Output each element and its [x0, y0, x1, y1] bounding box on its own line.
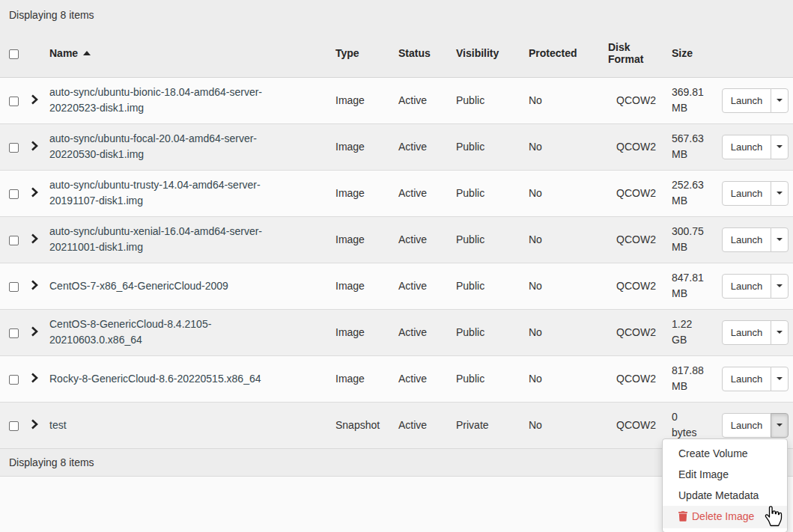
- image-name-link[interactable]: auto-sync/ubuntu-xenial-16.04-amd64-serv…: [49, 225, 262, 253]
- row-checkbox[interactable]: [9, 282, 19, 292]
- row-checkbox[interactable]: [9, 328, 19, 338]
- protected-cell: No: [529, 170, 608, 216]
- launch-dropdown-toggle[interactable]: [771, 88, 789, 113]
- launch-dropdown-toggle[interactable]: [771, 367, 789, 391]
- visibility-cell: Public: [456, 263, 529, 309]
- launch-button[interactable]: Launch: [722, 367, 771, 391]
- type-cell: Image: [335, 309, 398, 355]
- visibility-column-header[interactable]: Visibility: [456, 30, 529, 77]
- expand-row-icon[interactable]: [31, 326, 38, 339]
- caret-down-icon: [777, 377, 783, 380]
- row-actions-menu: Create Volume Edit Image Update Metadata…: [662, 438, 788, 532]
- actions-column-header: [708, 30, 793, 77]
- launch-button[interactable]: Launch: [722, 88, 771, 113]
- image-name-link[interactable]: test: [49, 419, 67, 431]
- launch-dropdown-toggle[interactable]: [771, 320, 789, 345]
- launch-button[interactable]: Launch: [722, 135, 771, 159]
- launch-button[interactable]: Launch: [722, 320, 771, 345]
- expand-row-icon[interactable]: [31, 187, 38, 200]
- status-cell: Active: [398, 355, 456, 402]
- size-column-header[interactable]: Size: [656, 30, 708, 77]
- type-cell: Image: [335, 170, 398, 216]
- launch-dropdown-toggle[interactable]: [771, 227, 789, 252]
- caret-down-icon: [777, 424, 783, 426]
- row-checkbox[interactable]: [9, 236, 19, 245]
- table-row: auto-sync/ubuntu-xenial-16.04-amd64-serv…: [0, 216, 793, 263]
- launch-dropdown-toggle[interactable]: [771, 274, 789, 299]
- expand-row-icon[interactable]: [31, 373, 38, 385]
- items-count-text: Displaying 8 items: [9, 456, 94, 468]
- visibility-cell: Private: [456, 402, 529, 448]
- size-cell: 300.75MB: [656, 216, 708, 263]
- select-all-checkbox[interactable]: [9, 49, 19, 59]
- image-name-link[interactable]: CentOS-8-GenericCloud-8.4.2105-20210603.…: [49, 318, 211, 346]
- expand-row-icon[interactable]: [31, 233, 38, 246]
- row-checkbox[interactable]: [9, 375, 19, 385]
- type-cell: Image: [335, 263, 398, 309]
- visibility-cell: Public: [456, 355, 529, 402]
- visibility-cell: Public: [456, 216, 529, 263]
- expand-row-icon[interactable]: [31, 141, 38, 153]
- protected-column-header[interactable]: Protected: [529, 30, 608, 77]
- image-name-link[interactable]: Rocky-8-GenericCloud-8.6-20220515.x86_64: [49, 373, 261, 385]
- image-name-link[interactable]: CentOS-7-x86_64-GenericCloud-2009: [49, 280, 228, 292]
- menu-item-update-metadata[interactable]: Update Metadata: [663, 485, 787, 506]
- expand-row-icon[interactable]: [31, 94, 38, 107]
- table-header-row: Name Type Status Visibility Protected Di…: [0, 30, 793, 77]
- size-cell: 252.63MB: [656, 170, 708, 216]
- table-row: Rocky-8-GenericCloud-8.6-20220515.x86_64…: [0, 355, 793, 402]
- row-checkbox[interactable]: [9, 421, 19, 431]
- menu-item-delete-image[interactable]: Delete Image: [663, 506, 787, 528]
- size-cell: 369.81MB: [656, 77, 708, 123]
- table-count-header: Displaying 8 items: [0, 0, 793, 30]
- protected-cell: No: [529, 77, 608, 123]
- row-checkbox[interactable]: [9, 97, 19, 106]
- launch-button[interactable]: Launch: [722, 413, 771, 438]
- trash-icon: [678, 510, 687, 525]
- name-column-header[interactable]: Name: [43, 30, 335, 77]
- disk-format-cell: QCOW2: [608, 355, 656, 402]
- visibility-cell: Public: [456, 170, 529, 216]
- status-cell: Active: [398, 263, 456, 309]
- status-cell: Active: [398, 402, 456, 448]
- status-column-header[interactable]: Status: [398, 30, 456, 77]
- visibility-cell: Public: [456, 77, 529, 123]
- size-cell: 817.88MB: [656, 355, 708, 402]
- protected-cell: No: [529, 263, 608, 309]
- caret-down-icon: [777, 331, 783, 334]
- launch-dropdown-toggle[interactable]: [771, 181, 789, 206]
- expand-row-icon[interactable]: [31, 419, 38, 432]
- protected-cell: No: [529, 309, 608, 355]
- expand-row-icon[interactable]: [31, 280, 38, 293]
- table-row: auto-sync/ubuntu-trusty-14.04-amd64-serv…: [0, 170, 793, 216]
- launch-dropdown-toggle[interactable]: [771, 413, 789, 438]
- status-cell: Active: [398, 123, 456, 170]
- disk-format-cell: QCOW2: [608, 263, 656, 309]
- disk-format-cell: QCOW2: [608, 170, 656, 216]
- menu-item-edit-image[interactable]: Edit Image: [663, 464, 787, 485]
- launch-button[interactable]: Launch: [722, 227, 771, 252]
- table-row: auto-sync/ubuntu-bionic-18.04-amd64-serv…: [0, 77, 793, 123]
- caret-down-icon: [777, 192, 783, 195]
- type-cell: Image: [335, 123, 398, 170]
- type-cell: Image: [335, 216, 398, 263]
- caret-down-icon: [777, 145, 783, 148]
- launch-button[interactable]: Launch: [722, 274, 771, 299]
- menu-item-create-volume[interactable]: Create Volume: [663, 443, 787, 464]
- protected-cell: No: [529, 123, 608, 170]
- type-column-header[interactable]: Type: [335, 30, 398, 77]
- launch-dropdown-toggle[interactable]: [771, 135, 789, 159]
- sort-ascending-icon: [83, 51, 91, 55]
- image-name-link[interactable]: auto-sync/ubuntu-focal-20.04-amd64-serve…: [49, 132, 257, 160]
- launch-button[interactable]: Launch: [722, 181, 771, 206]
- row-checkbox[interactable]: [9, 189, 19, 199]
- image-name-link[interactable]: auto-sync/ubuntu-trusty-14.04-amd64-serv…: [49, 179, 261, 207]
- status-cell: Active: [398, 309, 456, 355]
- image-name-link[interactable]: auto-sync/ubuntu-bionic-18.04-amd64-serv…: [49, 86, 262, 114]
- disk-format-cell: QCOW2: [608, 77, 656, 123]
- row-checkbox[interactable]: [9, 143, 19, 153]
- disk-format-cell: QCOW2: [608, 402, 656, 448]
- type-cell: Snapshot: [335, 402, 398, 448]
- disk-format-column-header[interactable]: Disk Format: [608, 30, 656, 77]
- status-cell: Active: [398, 77, 456, 123]
